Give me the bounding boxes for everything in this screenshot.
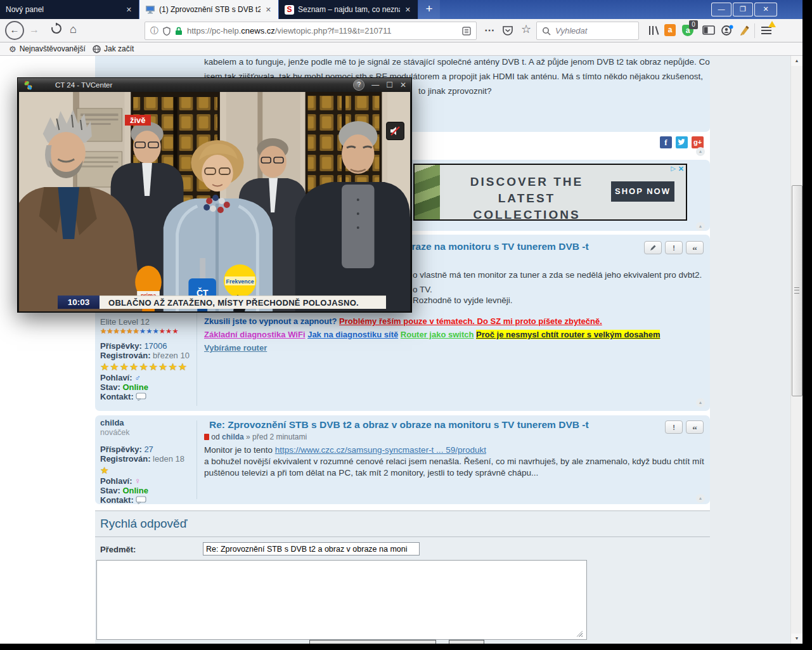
sidebar-toggle-icon[interactable] [702,25,715,35]
signature-link[interactable]: Základní diagnostika WiFi [204,330,306,339]
press-conference-scene: prima ČT Frekvence [19,92,410,311]
library-icon[interactable] [648,25,661,36]
adchoices-icon[interactable]: ▷ [671,165,676,172]
new-tab-button[interactable]: + [418,0,440,19]
quick-reply-textarea[interactable] [96,560,587,640]
post-icon [204,434,209,440]
tv-close-button[interactable]: ✕ [400,81,406,89]
post-author-link[interactable]: childa [222,432,244,441]
tv-window-controls: ? — ☐ ✕ [353,79,406,91]
tab-seznam[interactable]: S Seznam – najdu tam, co neznám ✕ [279,0,418,19]
reputation-stars: ★★★★★★★★★ [100,361,200,373]
contact-row: Kontakt: [100,393,200,401]
preview-button-partial[interactable] [449,640,484,644]
tab-new-panel[interactable]: Nový panel ✕ [0,0,139,19]
edit-pencil-icon [650,244,657,251]
report-post-button[interactable]: ! [665,420,683,434]
page-actions-icon[interactable]: ⋯ [484,25,494,36]
post-meta: od childa » před 2 minutami [204,432,307,441]
report-post-button[interactable]: ! [665,241,683,254]
facebook-share-icon[interactable]: f [660,136,672,148]
tv-window-title: CT 24 - TVCenter [55,81,112,89]
quote-post-button[interactable]: “ [686,420,704,434]
tab-close-icon[interactable]: ✕ [125,6,133,14]
bookmark-star-icon[interactable]: ☆ [521,24,531,34]
edit-post-button[interactable] [644,241,662,254]
url-text[interactable]: https://pc-help.cnews.cz/viewtopic.php?f… [187,26,392,36]
shop-now-button[interactable]: SHOP NOW [611,181,674,202]
scroll-down-icon[interactable]: ▼ [791,634,802,644]
tracking-shield-icon[interactable] [163,27,171,36]
page-info-icon[interactable]: ⓘ [150,25,158,37]
scroll-top-icon[interactable]: ▲ [696,494,705,503]
male-icon: ♂ [134,373,141,382]
highlighter-pen-icon[interactable] [739,25,750,36]
tv-minimize-button[interactable]: — [371,81,379,89]
googleplus-share-icon[interactable]: g+ [692,136,704,148]
search-bar[interactable]: Vyhledat [536,22,639,40]
ad-close-icon[interactable]: ✕ [678,165,684,173]
search-placeholder: Vyhledat [555,26,587,36]
tv-player-window[interactable]: CT 24 - TVCenter ? — ☐ ✕ [17,77,412,313]
post-actions: ! “ [665,420,704,434]
ad-banner[interactable]: DISCOVER THE LATEST COLLECTIONS SHOP NOW… [413,164,687,221]
textarea-resize-grip[interactable] [576,630,583,637]
signature-link[interactable]: Vybíráme router [204,343,267,353]
tvcenter-logo-icon [23,80,34,91]
menu-hamburger-icon[interactable] [761,26,772,35]
scroll-top-icon[interactable]: ▲ [696,222,705,231]
twitter-share-icon[interactable] [676,136,688,148]
pm-bubble-icon[interactable] [136,496,146,504]
username[interactable]: childa [100,419,200,427]
signature-link[interactable]: Router jako switch [401,330,474,339]
tv-video-area[interactable]: prima ČT Frekvence živě 10:03 OBLAČNO AŽ… [19,92,410,311]
safeprice-bag-icon[interactable]: a [664,24,676,36]
tv-help-button[interactable]: ? [353,79,364,91]
window-minimize-button[interactable]: — [711,3,731,16]
gender-row: Pohlaví: ♂ [100,374,200,382]
monitor-favicon-icon [145,5,155,14]
https-lock-icon[interactable] [175,27,183,36]
pocket-icon[interactable] [502,25,513,36]
tab-forum-topic[interactable]: (1) Zprovoznění STB s DVB t2 a ✕ [139,0,278,19]
scrollbar-thumb[interactable] [792,185,802,396]
mute-icon[interactable] [386,122,404,140]
reader-mode-icon[interactable] [462,27,471,36]
report-icon: ! [673,244,675,252]
registered-date: Registrován: březen 10 [100,351,200,360]
svg-text:Frekvence: Frekvence [226,278,254,285]
tv-maximize-button[interactable]: ☐ [386,81,393,89]
quote-post-button[interactable]: “ [686,241,704,254]
reload-button[interactable] [51,23,62,34]
url-bar[interactable]: ⓘ https://pc-help.cnews.cz/viewtopic.php… [145,22,477,40]
screen: Nový panel ✕ (1) Zprovoznění STB s DVB t… [0,0,812,650]
page-scrollbar[interactable]: ▲ ▼ [790,56,802,644]
bookmark-most-visited[interactable]: ⚙ Nejnavštěvovanější [9,42,86,55]
forward-button[interactable]: → [29,25,39,35]
tab-close-icon[interactable]: ✕ [404,6,412,14]
scroll-top-icon[interactable]: ▲ [696,398,705,407]
window-close-button[interactable]: ✕ [754,3,777,16]
signature-row-1: Zkusili jste to vypnout a zapnout? Probl… [204,315,602,328]
account-icon[interactable] [721,25,733,36]
scroll-up-icon[interactable]: ▲ [791,56,802,66]
gear-icon: ⚙ [9,44,16,54]
tv-titlebar[interactable]: CT 24 - TVCenter ? — ☐ ✕ [18,78,411,92]
ticker-text: OBLAČNO AŽ ZATAŽENO, MÍSTY PŘECHODNĚ POL… [100,296,386,309]
bookmark-getting-started[interactable]: Jak začít [93,42,134,55]
scroll-top-icon[interactable]: ▲ [696,147,705,156]
back-button[interactable]: ← [5,21,24,40]
tab-close-icon[interactable]: ✕ [264,6,273,14]
pm-bubble-icon[interactable] [136,393,146,401]
window-restore-button[interactable]: ❐ [733,3,753,16]
post-title[interactable]: Re: Zprovoznění STB s DVB t2 a obraz v o… [209,419,589,431]
signature-link[interactable]: Jak na diagnostiku sítě [307,330,398,339]
post1-profile: Elite Level 12 ★★★★★★★★★★★★ Příspěvky: 1… [100,318,200,402]
subject-input[interactable] [203,542,420,556]
home-button[interactable]: ⌂ [70,24,77,34]
posts-count: Příspěvky: 27 [100,445,200,454]
signature-link[interactable]: Problémy řeším pouze v tématech. Do SZ m… [339,316,602,326]
czc-link[interactable]: https://www.czc.cz/samsung-syncmaster-t … [275,445,486,455]
submit-button-partial[interactable] [309,640,436,644]
signature-link[interactable]: Proč je nesmysl chtít router s velkým do… [476,330,660,339]
